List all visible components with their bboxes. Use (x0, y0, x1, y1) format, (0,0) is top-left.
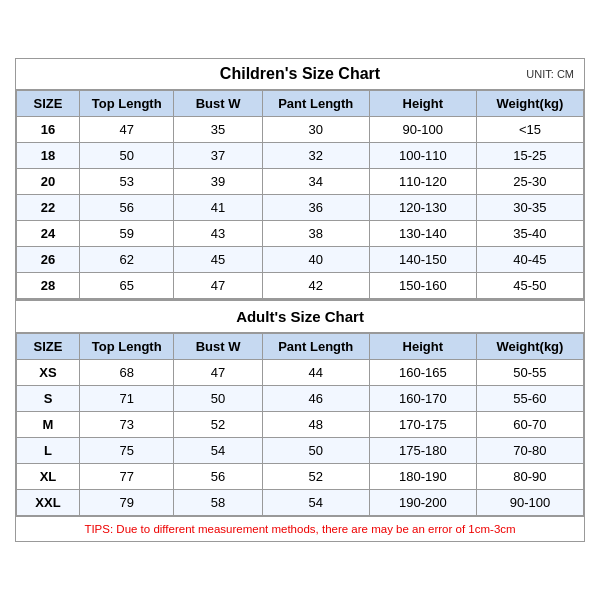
table-row: 28654742150-16045-50 (17, 273, 584, 299)
table-row: 22564136120-13030-35 (17, 195, 584, 221)
table-cell: S (17, 386, 80, 412)
table-cell: 47 (79, 117, 174, 143)
table-cell: XL (17, 464, 80, 490)
table-cell: <15 (476, 117, 583, 143)
table-row: XL775652180-19080-90 (17, 464, 584, 490)
table-cell: 75 (79, 438, 174, 464)
table-cell: 38 (262, 221, 369, 247)
children-header-row: SIZE Top Length Bust W Pant Length Heigh… (17, 91, 584, 117)
table-cell: 45-50 (476, 273, 583, 299)
children-header-weight: Weight(kg) (476, 91, 583, 117)
table-cell: 52 (174, 412, 262, 438)
adult-section-header: Adult's Size Chart (16, 299, 584, 333)
adult-header-row: SIZE Top Length Bust W Pant Length Heigh… (17, 334, 584, 360)
table-cell: 46 (262, 386, 369, 412)
table-cell: 100-110 (369, 143, 476, 169)
table-cell: 130-140 (369, 221, 476, 247)
table-row: 20533934110-12025-30 (17, 169, 584, 195)
table-cell: 180-190 (369, 464, 476, 490)
adult-header-weight: Weight(kg) (476, 334, 583, 360)
table-cell: 70-80 (476, 438, 583, 464)
table-cell: XXL (17, 490, 80, 516)
table-cell: 26 (17, 247, 80, 273)
unit-label: UNIT: CM (526, 68, 574, 80)
table-cell: 140-150 (369, 247, 476, 273)
adult-tbody: XS684744160-16550-55S715046160-17055-60M… (17, 360, 584, 516)
tips-text: TIPS: Due to different measurement metho… (84, 523, 515, 535)
table-row: 18503732100-11015-25 (17, 143, 584, 169)
table-cell: 54 (174, 438, 262, 464)
table-cell: M (17, 412, 80, 438)
table-cell: 150-160 (369, 273, 476, 299)
table-cell: 58 (174, 490, 262, 516)
table-cell: 35 (174, 117, 262, 143)
children-chart-title: Children's Size Chart (220, 65, 380, 83)
table-cell: L (17, 438, 80, 464)
table-cell: 79 (79, 490, 174, 516)
adult-header-height: Height (369, 334, 476, 360)
table-row: 1647353090-100<15 (17, 117, 584, 143)
table-cell: 71 (79, 386, 174, 412)
table-cell: 53 (79, 169, 174, 195)
adult-header-pant: Pant Length (262, 334, 369, 360)
table-cell: 50-55 (476, 360, 583, 386)
table-cell: 60-70 (476, 412, 583, 438)
table-cell: 175-180 (369, 438, 476, 464)
adult-table: SIZE Top Length Bust W Pant Length Heigh… (16, 333, 584, 516)
table-cell: 35-40 (476, 221, 583, 247)
table-cell: 47 (174, 360, 262, 386)
children-header-pant: Pant Length (262, 91, 369, 117)
table-cell: 39 (174, 169, 262, 195)
table-cell: 170-175 (369, 412, 476, 438)
table-row: XS684744160-16550-55 (17, 360, 584, 386)
table-cell: 36 (262, 195, 369, 221)
table-cell: 30 (262, 117, 369, 143)
adult-chart-title: Adult's Size Chart (236, 308, 364, 325)
table-cell: 47 (174, 273, 262, 299)
table-cell: 55-60 (476, 386, 583, 412)
table-cell: 50 (79, 143, 174, 169)
table-cell: 28 (17, 273, 80, 299)
table-cell: 77 (79, 464, 174, 490)
table-cell: 48 (262, 412, 369, 438)
tips-row: TIPS: Due to different measurement metho… (16, 516, 584, 541)
table-row: 26624540140-15040-45 (17, 247, 584, 273)
table-cell: 18 (17, 143, 80, 169)
children-table: SIZE Top Length Bust W Pant Length Heigh… (16, 90, 584, 299)
table-cell: 65 (79, 273, 174, 299)
table-cell: 80-90 (476, 464, 583, 490)
table-cell: 62 (79, 247, 174, 273)
table-cell: XS (17, 360, 80, 386)
table-cell: 32 (262, 143, 369, 169)
table-cell: 41 (174, 195, 262, 221)
table-cell: 160-165 (369, 360, 476, 386)
table-cell: 56 (174, 464, 262, 490)
table-cell: 52 (262, 464, 369, 490)
table-cell: 42 (262, 273, 369, 299)
adult-header-toplength: Top Length (79, 334, 174, 360)
table-cell: 68 (79, 360, 174, 386)
table-cell: 59 (79, 221, 174, 247)
table-cell: 34 (262, 169, 369, 195)
table-cell: 20 (17, 169, 80, 195)
table-cell: 30-35 (476, 195, 583, 221)
table-cell: 190-200 (369, 490, 476, 516)
table-row: M735248170-17560-70 (17, 412, 584, 438)
children-header-toplength: Top Length (79, 91, 174, 117)
table-cell: 54 (262, 490, 369, 516)
table-cell: 56 (79, 195, 174, 221)
table-row: S715046160-17055-60 (17, 386, 584, 412)
adult-header-size: SIZE (17, 334, 80, 360)
table-cell: 43 (174, 221, 262, 247)
table-cell: 24 (17, 221, 80, 247)
size-chart-container: Children's Size Chart UNIT: CM SIZE Top … (15, 58, 585, 542)
adult-header-bust: Bust W (174, 334, 262, 360)
table-cell: 40 (262, 247, 369, 273)
table-row: XXL795854190-20090-100 (17, 490, 584, 516)
table-cell: 37 (174, 143, 262, 169)
table-cell: 22 (17, 195, 80, 221)
table-cell: 25-30 (476, 169, 583, 195)
table-cell: 44 (262, 360, 369, 386)
table-cell: 90-100 (369, 117, 476, 143)
table-cell: 160-170 (369, 386, 476, 412)
